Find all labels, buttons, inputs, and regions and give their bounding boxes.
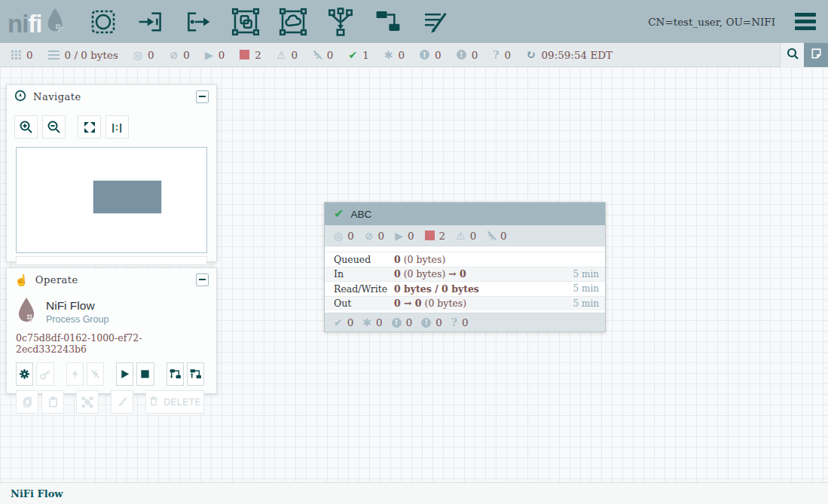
one-to-one-icon: |:| xyxy=(112,121,123,133)
navigate-palette: Navigate |:| xyxy=(6,84,217,262)
valid-status: ✔ 1 xyxy=(348,49,368,61)
sync-failure-icon: ? xyxy=(493,50,499,60)
flow-canvas[interactable]: Navigate |:| ☝ Operate xyxy=(0,67,828,482)
app-header: nifi CN=test_user, OU=NIFI xyxy=(0,0,828,43)
access-policies-button[interactable] xyxy=(36,362,53,386)
locally-modified-count: !0 xyxy=(421,316,442,328)
not-transmitting-status: ⊘ 0 xyxy=(170,49,190,61)
zoom-in-button[interactable] xyxy=(14,115,38,139)
check-icon: ✔ xyxy=(334,317,343,328)
enable-button[interactable] xyxy=(66,362,84,386)
configure-button[interactable] xyxy=(16,362,33,386)
compass-icon xyxy=(14,90,26,104)
group-button[interactable] xyxy=(76,390,99,414)
question-icon: ? xyxy=(451,317,457,328)
start-button[interactable] xyxy=(116,362,133,386)
stop-button[interactable] xyxy=(136,362,154,386)
funnel-icon[interactable] xyxy=(323,5,358,39)
paste-button[interactable] xyxy=(41,390,64,414)
invalid-status: ↯ 0 xyxy=(313,49,333,61)
trash-icon xyxy=(148,396,159,408)
output-port-icon[interactable] xyxy=(181,5,215,39)
bulletin-board-button[interactable] xyxy=(804,43,828,67)
running-stat: ▶0 xyxy=(395,230,414,242)
delete-button[interactable]: DELETE xyxy=(145,390,204,414)
delete-label: DELETE xyxy=(163,397,201,408)
not-transmitting-stat: ⊘0 xyxy=(365,230,384,242)
color-button[interactable] xyxy=(111,390,133,414)
minus-icon xyxy=(199,96,206,97)
last-refresh-time: 09:59:54 EDT xyxy=(541,49,613,61)
navigate-collapse-button[interactable] xyxy=(196,90,209,103)
locally-modified-status: ! 0 xyxy=(457,49,478,61)
hand-pointer-icon: ☝ xyxy=(14,274,29,286)
processor-icon[interactable] xyxy=(86,5,121,39)
running-icon: ▶ xyxy=(205,50,213,60)
operate-header: ☝ Operate xyxy=(7,268,216,291)
operate-collapse-button[interactable] xyxy=(196,273,209,286)
disabled-icon: ✱ xyxy=(362,317,371,328)
current-user-label[interactable]: CN=test_user, OU=NIFI xyxy=(648,16,775,28)
queued-icon xyxy=(48,50,60,60)
flow-status-bar: 0 0 / 0 bytes ◎ 0 ⊘ 0 ▶ 0 2 ⚠ 0 ↯ 0 ✔ 1 … xyxy=(0,43,828,67)
global-menu-icon[interactable] xyxy=(792,10,819,33)
refresh-status: ↻ 09:59:54 EDT xyxy=(526,47,613,62)
operate-buttons-row1 xyxy=(7,358,216,386)
navigate-tools: |:| xyxy=(7,108,216,145)
navigate-header: Navigate xyxy=(7,85,216,108)
create-template-button[interactable] xyxy=(167,362,184,386)
running-icon: ▶ xyxy=(395,231,403,241)
upload-template-button[interactable] xyxy=(187,362,204,386)
queued-row: Queued 0 (0 bytes) xyxy=(325,252,605,267)
process-group-title-bar[interactable]: ✔ ABC xyxy=(325,203,605,225)
operate-title: Operate xyxy=(35,274,78,286)
invalid-icon: ↯ xyxy=(313,50,322,60)
search-button[interactable] xyxy=(780,43,804,67)
template-icon[interactable] xyxy=(371,5,405,39)
copy-button[interactable] xyxy=(16,390,38,414)
stopped-icon xyxy=(240,50,249,60)
process-group-component-abc[interactable]: ✔ ABC ◎0 ⊘0 ▶0 2 ⚠0 ↯0 Queued 0 (0 bytes… xyxy=(324,202,606,332)
warning-icon: ⚠ xyxy=(456,231,466,241)
input-port-icon[interactable] xyxy=(133,5,168,39)
breadcrumb-bar: NiFi Flow xyxy=(0,482,828,504)
process-group-icon[interactable] xyxy=(228,5,263,39)
remote-process-group-icon[interactable] xyxy=(276,5,310,39)
warning-stat: ⚠0 xyxy=(456,230,476,242)
active-threads-icon xyxy=(11,50,21,60)
process-group-name: ABC xyxy=(350,209,371,220)
not-transmitting-icon: ⊘ xyxy=(365,231,374,241)
nifi-droplet-icon xyxy=(42,8,65,35)
up-to-date-count: ↑0 xyxy=(392,316,413,328)
transmitting-icon: ◎ xyxy=(334,231,343,241)
search-icon xyxy=(786,47,799,63)
invalid-icon: ↯ xyxy=(487,231,496,241)
minimap-lower-strip xyxy=(16,256,207,265)
label-icon[interactable] xyxy=(418,5,453,39)
up-to-date-icon: ↑ xyxy=(420,50,429,60)
breadcrumb-root[interactable]: NiFi Flow xyxy=(11,488,63,499)
minus-icon xyxy=(199,279,206,280)
valid-count: ✔0 xyxy=(334,316,353,328)
selected-component-type: Process Group xyxy=(46,314,108,325)
process-group-stats-row: ◎0 ⊘0 ▶0 2 ⚠0 ↯0 xyxy=(325,225,605,246)
stopped-status: 2 xyxy=(240,49,261,61)
disabled-count: ✱0 xyxy=(362,316,382,328)
selected-component-name: NiFi Flow xyxy=(46,299,108,313)
warning-status: ⚠ 0 xyxy=(277,49,298,61)
out-row: Out 0 → 0 (0 bytes) 5 min xyxy=(325,296,605,311)
up-to-date-status: ↑ 0 xyxy=(420,49,441,61)
birdseye-minimap[interactable] xyxy=(16,147,207,253)
minimap-viewport-rect[interactable] xyxy=(93,180,162,214)
running-status: ▶ 0 xyxy=(205,49,225,61)
operate-buttons-row2: DELETE xyxy=(7,386,216,423)
disable-button[interactable] xyxy=(87,362,104,386)
zoom-out-button[interactable] xyxy=(42,115,66,139)
zoom-actual-size-button[interactable]: |:| xyxy=(105,115,129,139)
navigate-title: Navigate xyxy=(33,91,81,102)
locally-modified-icon: ! xyxy=(421,318,431,328)
refresh-icon[interactable]: ↻ xyxy=(526,47,536,62)
active-threads-status: 0 xyxy=(11,49,33,61)
zoom-fit-button[interactable] xyxy=(78,115,101,139)
bulletin-note-icon xyxy=(810,47,823,63)
